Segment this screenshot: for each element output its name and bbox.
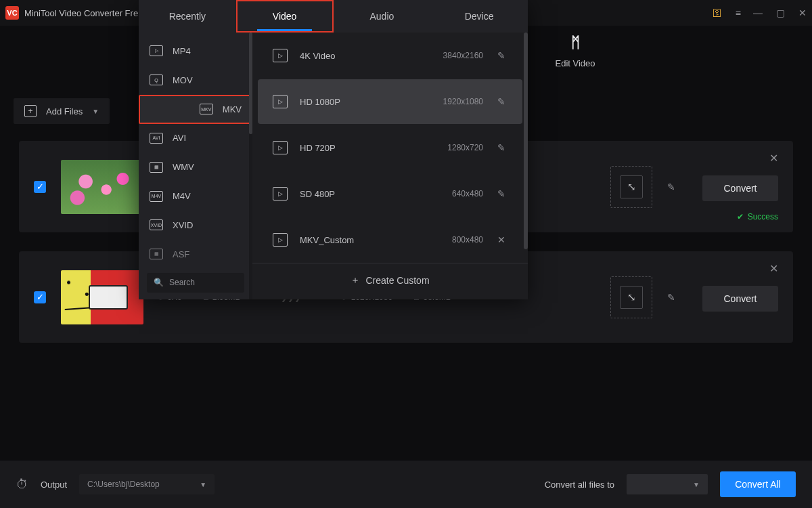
format-label: WMV bbox=[173, 162, 194, 172]
edit-video-label: Edit Video bbox=[555, 58, 595, 68]
file-video-icon: XVID bbox=[150, 219, 163, 230]
preset-1080p[interactable]: ▷ HD 1080P 1920x1080 ✎ bbox=[258, 79, 522, 124]
remove-file-button[interactable]: ✕ bbox=[769, 262, 778, 275]
preset-resolution: 3840x2160 bbox=[429, 51, 483, 60]
create-custom-label: Create Custom bbox=[365, 275, 429, 286]
add-files-label: Add Files bbox=[46, 106, 83, 117]
file-play-icon: ▷ bbox=[273, 95, 288, 108]
preset-name: HD 1080P bbox=[300, 97, 417, 107]
format-item-wmv[interactable]: ▦WMV bbox=[139, 152, 252, 182]
edit-video-button[interactable]: ᛗ Edit Video bbox=[541, 34, 609, 68]
checkbox[interactable]: ✓ bbox=[34, 181, 46, 193]
thumbnail[interactable] bbox=[61, 160, 143, 214]
output-path-text: C:\Users\bj\Desktop bbox=[87, 480, 160, 489]
key-icon[interactable]: ⚿ bbox=[713, 7, 722, 18]
tab-device[interactable]: Device bbox=[430, 0, 528, 33]
check-icon: ✔ bbox=[737, 212, 744, 221]
file-video-icon: AVI bbox=[150, 133, 163, 144]
bottom-bar: ⏱ Output C:\Users\bj\Desktop ▼ Convert a… bbox=[0, 461, 812, 508]
chevron-down-icon: ▼ bbox=[200, 481, 206, 488]
create-custom-button[interactable]: ＋ Create Custom bbox=[252, 263, 528, 297]
preset-list[interactable]: ▷ 4K Video 3840x2160 ✎ ▷ HD 1080P 1920x1… bbox=[252, 33, 528, 299]
hamburger-icon[interactable]: ≡ bbox=[736, 7, 740, 18]
preset-4k[interactable]: ▷ 4K Video 3840x2160 ✎ bbox=[258, 33, 522, 78]
thumbnail[interactable] bbox=[61, 270, 143, 324]
file-play-icon: ▷ bbox=[273, 49, 288, 62]
format-label: AVI bbox=[173, 133, 186, 143]
file-play-icon: ▷ bbox=[273, 187, 288, 200]
expand-icon: ⤡ bbox=[620, 175, 643, 198]
plus-icon: ＋ bbox=[351, 274, 360, 287]
preset-custom[interactable]: ▷ MKV_Custom 800x480 ✕ bbox=[258, 217, 522, 262]
file-play-icon: ▷ bbox=[273, 141, 288, 154]
scrollbar-thumb[interactable] bbox=[249, 33, 252, 134]
preset-resolution: 800x480 bbox=[429, 235, 483, 245]
format-search-input[interactable]: 🔍 Search bbox=[147, 273, 244, 293]
plus-folder-icon: + bbox=[24, 105, 37, 117]
close-window-button[interactable]: ✕ bbox=[798, 7, 807, 18]
file-play-icon: ▷ bbox=[273, 233, 288, 247]
format-label: MKV bbox=[223, 104, 242, 114]
format-item-mov[interactable]: QMOV bbox=[139, 66, 252, 95]
preset-resolution: 640x480 bbox=[429, 189, 483, 198]
status-success: ✔Success bbox=[737, 212, 778, 221]
format-item-mkv[interactable]: MKVMKV bbox=[139, 95, 252, 124]
output-label: Output bbox=[41, 480, 67, 490]
output-path-select[interactable]: C:\Users\bj\Desktop ▼ bbox=[79, 474, 215, 494]
format-label: MP4 bbox=[173, 46, 191, 56]
file-video-icon: ▦ bbox=[150, 162, 163, 173]
delete-icon[interactable]: ✕ bbox=[495, 234, 508, 245]
preset-720p[interactable]: ▷ HD 720P 1280x720 ✎ bbox=[258, 125, 522, 170]
add-files-button[interactable]: + Add Files ▼ bbox=[14, 98, 110, 124]
chevron-down-icon: ▼ bbox=[693, 481, 700, 488]
format-label: M4V bbox=[173, 191, 191, 201]
format-item-avi[interactable]: AVIAVI bbox=[139, 124, 252, 153]
format-sidebar[interactable]: ▷MP4 QMOV MKVMKV AVIAVI ▦WMV M4VM4V XVID… bbox=[139, 33, 252, 299]
scrollbar-thumb[interactable] bbox=[524, 33, 528, 249]
preset-name: SD 480P bbox=[300, 189, 417, 199]
convert-all-button[interactable]: Convert All bbox=[720, 471, 796, 497]
edit-icon[interactable]: ✎ bbox=[667, 182, 675, 192]
tab-recently[interactable]: Recently bbox=[139, 0, 236, 33]
format-label: MOV bbox=[173, 75, 193, 85]
preset-resolution: 1920x1080 bbox=[429, 97, 483, 106]
format-label: ASF bbox=[173, 249, 189, 259]
format-item-mp4[interactable]: ▷MP4 bbox=[139, 37, 252, 66]
settings-icon[interactable]: ✎ bbox=[495, 142, 508, 153]
convert-button[interactable]: Convert bbox=[702, 175, 778, 201]
settings-icon[interactable]: ✎ bbox=[495, 96, 508, 107]
file-video-icon: M4V bbox=[150, 191, 163, 202]
format-tabs: Recently Video Audio Device bbox=[139, 0, 528, 33]
file-video-icon: MKV bbox=[200, 104, 213, 114]
target-format-picker[interactable]: ⤡ bbox=[610, 276, 652, 318]
preset-name: 4K Video bbox=[300, 51, 417, 61]
minimize-button[interactable]: — bbox=[753, 7, 763, 18]
preset-name: HD 720P bbox=[300, 143, 417, 153]
settings-icon[interactable]: ✎ bbox=[495, 50, 508, 61]
preset-480p[interactable]: ▷ SD 480P 640x480 ✎ bbox=[258, 171, 522, 216]
expand-icon: ⤡ bbox=[620, 286, 643, 309]
target-format-picker[interactable]: ⤡ bbox=[610, 166, 652, 208]
search-icon: 🔍 bbox=[154, 278, 164, 287]
format-label: XVID bbox=[173, 220, 193, 230]
preset-resolution: 1280x720 bbox=[429, 143, 483, 152]
remove-file-button[interactable]: ✕ bbox=[769, 152, 778, 165]
edit-icon[interactable]: ✎ bbox=[667, 292, 675, 303]
tab-audio[interactable]: Audio bbox=[334, 0, 431, 33]
status-label: Success bbox=[748, 212, 778, 221]
convert-button[interactable]: Convert bbox=[702, 286, 778, 312]
settings-icon[interactable]: ✎ bbox=[495, 188, 508, 199]
maximize-button[interactable]: ▢ bbox=[776, 7, 785, 18]
schedule-icon[interactable]: ⏱ bbox=[16, 478, 28, 492]
convert-all-format-select[interactable]: ▼ bbox=[627, 474, 708, 494]
checkbox[interactable]: ✓ bbox=[34, 291, 46, 303]
app-title: MiniTool Video Converter Fre bbox=[24, 8, 138, 18]
search-placeholder: Search bbox=[169, 278, 195, 287]
preset-name: MKV_Custom bbox=[300, 235, 417, 245]
format-item-asf[interactable]: ▦ASF bbox=[139, 240, 252, 269]
format-item-xvid[interactable]: XVIDXVID bbox=[139, 211, 252, 240]
tab-video[interactable]: Video bbox=[236, 0, 334, 33]
format-item-m4v[interactable]: M4VM4V bbox=[139, 182, 252, 211]
file-video-icon: ▦ bbox=[150, 249, 163, 259]
file-video-icon: ▷ bbox=[150, 45, 163, 56]
